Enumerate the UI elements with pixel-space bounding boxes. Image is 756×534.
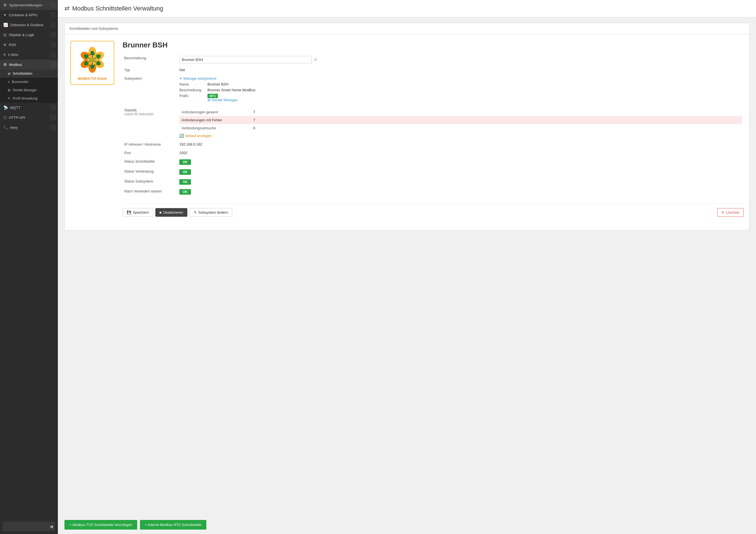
knx-icon: ≋ <box>3 42 7 47</box>
deaktivieren-button[interactable]: ■ Deaktivieren <box>155 208 187 217</box>
logo-label: MODBUS TCP (Client) <box>76 76 108 81</box>
sidebar-item-mqtt[interactable]: 📡 MQTT + <box>0 102 58 112</box>
sidebar-sub-geraete-manager[interactable]: ⊞ Geräte Manager <box>0 86 58 94</box>
interface-logo: MODBUS TCP (Client) <box>70 41 114 85</box>
status-verbindung-row: Status Verbindung OK <box>122 167 743 177</box>
mqtt-icon: 📡 <box>3 105 8 110</box>
page-title: Modbus Schnittstellen Verwaltung <box>72 5 163 12</box>
status-subsystem-badge: OK <box>179 179 191 185</box>
ekey-icon: 📞 <box>3 125 8 129</box>
stat-table: Anforderungen gesamt 7 Anforderungen mit… <box>179 108 742 132</box>
container-icon: ✦ <box>3 13 7 17</box>
stat-row-0: Anforderungen gesamt 7 <box>179 108 742 116</box>
sidebar: ⚙ Systemeinstellungen + ✦ Container & AP… <box>0 0 58 534</box>
logic-icon: ◎ <box>3 33 7 37</box>
bottom-bar: + Modbus TCP Schnittstelle hinzufügen + … <box>58 516 756 534</box>
manage-subsystems-link[interactable]: ✦ Manage subsystems <box>179 76 742 80</box>
subsystem-aendern-button[interactable]: ✎ Subsystem ändern <box>190 208 232 217</box>
schnittstellen-icon: ⇄ <box>8 72 11 75</box>
modbus-logo-svg <box>77 45 107 75</box>
geraete-link-icon: ⊞ <box>207 98 210 102</box>
collapse-icon: − <box>51 62 56 67</box>
expand-icon: + <box>51 52 56 57</box>
loeschen-button[interactable]: ✕ Löschen <box>717 208 743 217</box>
chart-icon: 📈 <box>3 23 8 27</box>
wire-icon: ≡ <box>3 52 6 57</box>
main-card: Schnittstellen und Subsysteme <box>65 23 749 230</box>
subsystem-row: Subsystem ✦ Manage subsystems <box>122 74 743 106</box>
beschreibung-row: Beschreibung ✓ <box>122 54 743 66</box>
sidebar-item-objekte[interactable]: ◎ Objekte & Logik + <box>0 30 58 40</box>
speichern-button[interactable]: 💾 Speichern <box>122 208 153 217</box>
sidebar-item-systemeinstellungen[interactable]: ⚙ Systemeinstellungen + <box>0 0 58 10</box>
add-rtu-button[interactable]: + Interne Modbus RTU Schnittstelle <box>140 520 206 530</box>
nach-verbinden-badge: OK <box>179 189 191 195</box>
expand-icon: + <box>51 32 56 37</box>
verlauf-icon: 🔄 <box>179 134 184 138</box>
port-row: Port 1502 <box>122 149 743 157</box>
sidebar-sub-busmonitor[interactable]: ≡ Busmonitor <box>0 78 58 86</box>
verlauf-link[interactable]: 🔄 Verlauf anzeigen <box>179 134 742 138</box>
subsystem-name-row: Name Brunner BSH <box>179 82 742 86</box>
sidebar-collapse-button[interactable]: ◀ <box>3 521 55 531</box>
page-header: ⇄ Modbus Schnittstellen Verwaltung <box>58 0 756 17</box>
beschreibung-input-row: ✓ <box>179 56 742 63</box>
ip-row: IP Adresse / Hostname 192.168.0.162 <box>122 140 743 149</box>
stat-row-1: Anforderungen mit Fehler 7 <box>179 116 742 124</box>
card-body: MODBUS TCP (Client) Brunner BSH Beschrei… <box>65 34 749 230</box>
interface-title: Brunner BSH <box>122 41 743 49</box>
beschreibung-input[interactable] <box>179 56 311 63</box>
modbus-arrows-icon: ⇄ <box>65 5 69 12</box>
sidebar-item-zeitserien[interactable]: 📈 Zeitserien & Grafana + <box>0 20 58 30</box>
stat-row-2: Verbindungsversuche 0 <box>179 124 742 132</box>
manage-icon: ✦ <box>179 76 182 80</box>
add-tcp-button[interactable]: + Modbus TCP Schnittstelle hinzufügen <box>65 520 137 530</box>
sidebar-item-modbus[interactable]: ⚙ Modbus − <box>0 60 58 70</box>
modbus-icon: ⚙ <box>3 62 7 67</box>
save-icon: 💾 <box>127 211 131 214</box>
action-bar: 💾 Speichern ■ Deaktivieren ✎ Subsystem ä… <box>122 204 743 217</box>
geraete-manager-link[interactable]: ⊞ Geräte Manager <box>207 98 238 102</box>
interface-details: Brunner BSH Beschreibung ✓ <box>122 41 743 217</box>
sidebar-item-knx[interactable]: ≋ KNX + <box>0 40 58 50</box>
sidebar-item-http-api[interactable]: ⬡ HTTP-API + <box>0 112 58 123</box>
main-content: ⇄ Modbus Schnittstellen Verwaltung Schni… <box>58 0 756 534</box>
expand-icon: + <box>51 105 56 110</box>
check-icon: ✓ <box>314 57 317 62</box>
subsystem-detail: Name Brunner BSH Beschreibung Brunner Sm… <box>179 82 742 104</box>
subsystem-beschreibung-row: Beschreibung Brunner Smart Home ModBus <box>179 88 742 92</box>
typ-row: Typ Net <box>122 66 743 74</box>
sidebar-sub-schnittstellen[interactable]: ⇄ Schnittstellen <box>0 70 58 78</box>
prefix-badge: MT1 <box>207 94 218 98</box>
geraete-icon: ⊞ <box>8 88 11 92</box>
content-area: Schnittstellen und Subsysteme <box>58 17 756 516</box>
delete-icon: ✕ <box>721 211 724 214</box>
status-subsystem-row: Status Subsystem OK <box>122 177 743 187</box>
sidebar-item-ekey[interactable]: 📞 ekey + <box>0 123 58 132</box>
interface-top: MODBUS TCP (Client) Brunner BSH Beschrei… <box>70 41 743 217</box>
card-header: Schnittstellen und Subsysteme <box>65 23 749 34</box>
settings-icon: ⚙ <box>3 3 7 7</box>
status-schnittstelle-row: Status Schnittstelle OK <box>122 157 743 167</box>
nach-verbinden-row: Nach Verbinden starten OK <box>122 187 743 197</box>
edit-icon: ✎ <box>194 211 197 214</box>
sidebar-item-container-apps[interactable]: ✦ Container & APPs + <box>0 10 58 20</box>
expand-icon: + <box>51 13 56 17</box>
sidebar-sub-profil[interactable]: ✎ Profil Verwaltung <box>0 94 58 102</box>
expand-icon: + <box>51 115 56 120</box>
busmonitor-icon: ≡ <box>8 80 10 84</box>
sidebar-item-1wire[interactable]: ≡ 1-Wire + <box>0 50 58 60</box>
status-schnittstelle-badge: OK <box>179 159 191 165</box>
statistik-row: Statistik Letzte 60 Sekunden Anforderung… <box>122 106 743 140</box>
detail-table: Beschreibung ✓ Typ Net <box>122 54 743 197</box>
expand-icon: + <box>51 22 56 27</box>
api-icon: ⬡ <box>3 115 7 120</box>
profil-icon: ✎ <box>8 97 11 100</box>
subsystem-praefix-row: Präfix MT1 ⊞ Geräte Manager <box>179 94 742 102</box>
status-verbindung-badge: OK <box>179 169 191 175</box>
expand-icon: + <box>51 125 56 130</box>
expand-icon: + <box>51 42 56 47</box>
subsystem-block: ✦ Manage subsystems Name Brunner BSH <box>179 76 742 104</box>
modbus-submenu: ⇄ Schnittstellen ≡ Busmonitor ⊞ Geräte M… <box>0 70 58 102</box>
deactivate-icon: ■ <box>159 211 162 214</box>
